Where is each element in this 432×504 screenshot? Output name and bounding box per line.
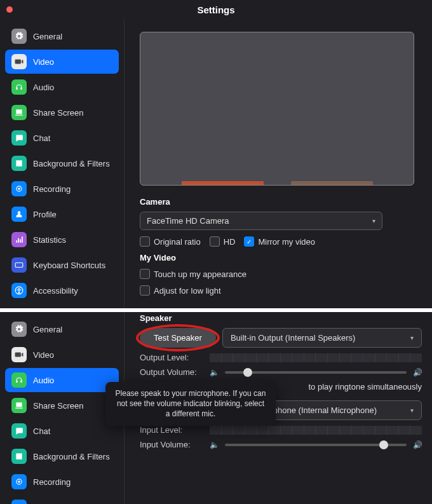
stats-icon [11, 232, 27, 247]
output-level-meter [210, 353, 422, 362]
sidebar: GeneralVideoAudioShare ScreenChatBackgro… [0, 19, 125, 308]
output-level-label: Output Level: [140, 353, 203, 362]
sidebar-item-label: Profile [33, 210, 57, 219]
sidebar-item-general[interactable]: General [5, 24, 119, 48]
camera-heading: Camera [140, 197, 422, 207]
sidebar-item-label: Background & Filters [33, 452, 110, 461]
sidebar-item-audio[interactable]: Audio [5, 75, 119, 99]
sidebar-item-share-screen[interactable]: Share Screen [5, 100, 119, 125]
sidebar-item-recording[interactable]: Recording [5, 177, 119, 201]
sidebar-item-recording[interactable]: Recording [5, 470, 119, 494]
gear-icon [11, 322, 27, 337]
speaker-low-icon: 🔈 [210, 368, 219, 377]
mirror-video-checkbox[interactable]: ✓Mirror my video [244, 236, 315, 247]
chat-icon [11, 423, 27, 439]
test-speaker-button[interactable]: Test Speaker [140, 328, 216, 348]
sidebar-item-label: Statistics [33, 235, 66, 245]
hd-checkbox[interactable]: HD [210, 236, 236, 247]
sidebar-item-label: General [33, 32, 62, 41]
accessibility-icon [11, 283, 27, 298]
window-title: Settings [0, 4, 432, 15]
sidebar-item-label: Audio [33, 83, 54, 92]
myvideo-heading: My Video [140, 253, 422, 262]
output-volume-slider[interactable] [225, 371, 407, 374]
sidebar-item-label: Recording [33, 184, 71, 194]
sidebar-item-audio[interactable]: Audio [5, 368, 119, 392]
sidebar-item-label: Background & Filters [33, 159, 110, 168]
sidebar-item-label: Chat [33, 426, 50, 436]
speaker-heading: Speaker [140, 313, 422, 323]
mic-tooltip: Please speak to your microphone. If you … [105, 382, 276, 426]
sidebar-item-keyboard-shortcuts[interactable]: Keyboard Shortcuts [5, 253, 119, 277]
content-audio: Speaker Test Speaker Built-in Output (In… [125, 312, 432, 504]
sidebar-item-general[interactable]: General [5, 317, 119, 341]
keyboard-icon [11, 257, 27, 273]
camera-select-value: FaceTime HD Camera [147, 216, 229, 226]
input-volume-label: Input Volume: [140, 440, 203, 449]
speaker-low-icon: 🔈 [210, 440, 219, 449]
headphones-icon [11, 372, 27, 388]
sidebar-item-label: Share Screen [33, 401, 84, 411]
speaker-high-icon: 🔊 [413, 368, 422, 377]
sidebar-item-label: General [33, 325, 62, 334]
sidebar-item-label: Share Screen [33, 108, 84, 118]
video-preview [140, 32, 414, 186]
record-icon [11, 474, 27, 489]
profile-icon [11, 207, 27, 222]
sidebar-item-accessibility[interactable]: Accessibility [5, 278, 119, 303]
sidebar-item-profile[interactable]: Profile [5, 495, 119, 504]
content-video: Camera FaceTime HD Camera ▾ Original rat… [125, 19, 432, 308]
speaker-select[interactable]: Built-in Output (Internal Speakers) ▾ [222, 328, 422, 348]
sidebar-item-profile[interactable]: Profile [5, 202, 119, 226]
sidebar-item-video[interactable]: Video [5, 343, 119, 367]
original-ratio-checkbox[interactable]: Original ratio [140, 236, 201, 247]
filters-icon [11, 156, 27, 171]
filters-icon [11, 449, 27, 464]
share-icon [11, 398, 27, 413]
touchup-checkbox[interactable]: Touch up my appearance [140, 269, 246, 279]
titlebar: Settings [0, 0, 432, 19]
sidebar-item-label: Video [33, 350, 54, 360]
sidebar-item-background-filters[interactable]: Background & Filters [5, 444, 119, 468]
sidebar-item-label: Video [33, 57, 54, 67]
chevron-down-icon: ▾ [410, 334, 414, 341]
sidebar-item-background-filters[interactable]: Background & Filters [5, 151, 119, 175]
camera-select[interactable]: FaceTime HD Camera ▾ [140, 212, 382, 230]
sidebar-item-label: Audio [33, 376, 54, 385]
sidebar-item-label: Accessibility [33, 286, 78, 296]
input-volume-slider[interactable] [225, 444, 407, 446]
sidebar-item-chat[interactable]: Chat [5, 126, 119, 150]
profile-icon [11, 500, 27, 504]
headphones-icon [11, 79, 27, 95]
lowlight-checkbox[interactable]: Adjust for low light [140, 285, 221, 296]
ringtone-text: to play ringtone simultaneously [309, 382, 422, 392]
video-icon [11, 347, 27, 362]
speaker-high-icon: 🔊 [413, 440, 422, 449]
chevron-down-icon: ▾ [372, 217, 375, 224]
sidebar-item-share-screen[interactable]: Share Screen [5, 393, 119, 418]
output-volume-label: Output Volume: [140, 367, 203, 377]
sidebar-item-label: Chat [33, 133, 50, 143]
input-level-meter [210, 426, 422, 435]
video-icon [11, 54, 27, 69]
record-icon [11, 181, 27, 196]
share-icon [11, 105, 27, 120]
chevron-down-icon: ▾ [410, 407, 414, 414]
sidebar-item-label: Recording [33, 477, 71, 487]
input-level-label: Input Level: [140, 425, 203, 435]
sidebar-item-label: Keyboard Shortcuts [33, 261, 105, 270]
sidebar-item-chat[interactable]: Chat [5, 419, 119, 443]
chat-icon [11, 130, 27, 146]
sidebar-item-video[interactable]: Video [5, 50, 119, 74]
sidebar-item-statistics[interactable]: Statistics [5, 228, 119, 252]
gear-icon [11, 29, 27, 44]
